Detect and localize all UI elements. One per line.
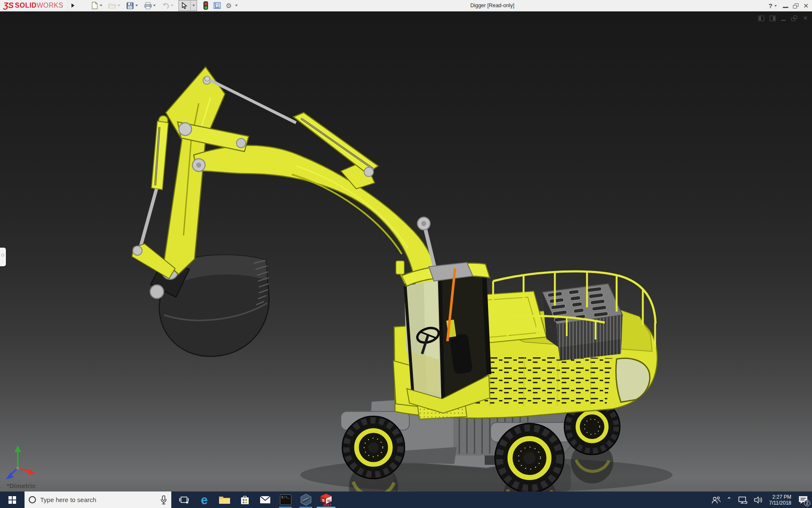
brand-works: WORKS: [37, 2, 63, 9]
volume-icon[interactable]: [754, 496, 763, 504]
clock-date: 7/11/2018: [769, 500, 792, 506]
edge-button[interactable]: e: [194, 491, 214, 508]
solidworks-2017-button[interactable]: S W 2017: [316, 491, 336, 508]
hexagon-app-icon: [300, 494, 312, 506]
open-folder-icon: [108, 3, 116, 9]
mail-button[interactable]: [255, 491, 275, 508]
title-bar: ƷS SOLIDWORKS: [0, 0, 812, 11]
new-dropdown-icon[interactable]: [100, 5, 102, 6]
windows-logo-icon: [8, 496, 16, 504]
undo-dropdown-icon[interactable]: [171, 5, 173, 6]
action-center-button[interactable]: 2: [798, 494, 809, 505]
restore-button[interactable]: [793, 3, 798, 8]
task-view-button[interactable]: [174, 491, 194, 508]
people-icon[interactable]: [711, 496, 721, 504]
open-button[interactable]: [107, 0, 118, 11]
svg-text:S: S: [322, 498, 325, 502]
svg-text:2017: 2017: [323, 503, 331, 507]
save-floppy-icon: [126, 2, 134, 9]
open-dropdown-icon[interactable]: [118, 5, 120, 6]
save-dropdown-icon[interactable]: [135, 5, 138, 6]
undo-arrow-icon: [162, 3, 170, 9]
svg-text:W: W: [327, 499, 331, 503]
command-prompt-icon: C:\_: [280, 494, 291, 505]
task-view-icon: [179, 496, 189, 504]
minimize-button[interactable]: [783, 7, 788, 8]
file-explorer-icon: [219, 495, 230, 505]
store-button[interactable]: [235, 491, 255, 508]
print-dropdown-icon[interactable]: [153, 5, 156, 6]
gear-icon: ⚙: [225, 2, 231, 10]
select-cursor-icon: [181, 2, 187, 9]
start-button[interactable]: [0, 491, 25, 508]
window-controls: ? ✕: [768, 0, 809, 11]
new-document-button[interactable]: [90, 0, 100, 11]
file-explorer-button[interactable]: [214, 491, 235, 508]
print-icon: [144, 2, 152, 9]
doc-close-button[interactable]: ✕: [803, 16, 808, 21]
doc-minimize-button[interactable]: [781, 16, 786, 21]
document-window-controls: ✕: [758, 16, 808, 21]
cab: [396, 261, 490, 413]
select-tool-button[interactable]: [179, 0, 191, 11]
settings-button[interactable]: ⚙: [224, 0, 234, 11]
view-orientation-label: *Dimetric: [7, 482, 36, 489]
save-button[interactable]: [125, 0, 135, 11]
notification-count-badge: 2: [804, 500, 810, 506]
options-list-button[interactable]: [212, 0, 222, 11]
doc-restore-button[interactable]: [791, 16, 797, 21]
taskbar-clock[interactable]: 2:27 PM 7/11/2018: [769, 494, 792, 506]
taskbar-search[interactable]: Type here to search: [25, 491, 171, 508]
hexagon-app-button[interactable]: [296, 491, 316, 508]
taskbar-apps: e: [174, 491, 336, 508]
mail-icon: [260, 496, 271, 504]
document-title: Digger [Read-only]: [442, 0, 543, 11]
help-button[interactable]: ?: [768, 2, 772, 9]
menu-expand-arrow-icon[interactable]: [71, 3, 74, 8]
edge-icon: e: [201, 494, 208, 506]
options-list-icon: [214, 2, 221, 9]
select-tool-group: [178, 0, 197, 11]
solidworks-window: ƷS SOLIDWORKS: [0, 0, 812, 508]
system-tray: ⌃ 2:27 PM 7/11/2018: [711, 491, 812, 508]
stoplight-icon: [203, 1, 208, 10]
tray-expand-chevron-icon[interactable]: ⌃: [727, 496, 732, 502]
wheel-front-right: [495, 423, 564, 491]
command-prompt-button[interactable]: C:\_: [275, 491, 296, 508]
panel-tab-dot-icon: [1, 254, 4, 257]
microphone-icon[interactable]: [160, 495, 167, 505]
select-dropdown-icon[interactable]: [191, 0, 197, 11]
undo-button[interactable]: [161, 0, 171, 11]
help-dropdown-icon[interactable]: [774, 5, 777, 7]
solidworks-2017-icon: S W 2017: [320, 493, 332, 507]
graphics-viewport[interactable]: ✕ *Dimetric: [0, 11, 812, 491]
wheel-front-left: [342, 416, 405, 479]
rebuild-stoplight-button[interactable]: [201, 0, 211, 11]
search-placeholder: Type here to search: [40, 496, 156, 503]
windows-taskbar: Type here to search e: [0, 491, 812, 508]
network-icon[interactable]: [738, 496, 747, 504]
cortana-icon: [29, 496, 36, 503]
collapsed-panel-tab[interactable]: [0, 248, 6, 266]
settings-dropdown-icon[interactable]: [235, 5, 238, 6]
new-document-icon: [91, 2, 98, 9]
print-button[interactable]: [143, 0, 153, 11]
orientation-triad: [6, 445, 36, 479]
show-pane-left-button[interactable]: [758, 16, 764, 21]
clock-time: 2:27 PM: [769, 494, 792, 500]
dassault-logo-icon: ƷS: [3, 1, 14, 10]
store-icon: [240, 495, 250, 505]
close-button[interactable]: ✕: [803, 2, 809, 10]
solidworks-logo: ƷS SOLIDWORKS: [0, 0, 68, 11]
show-pane-right-button[interactable]: [770, 16, 776, 21]
digger-3d-model: [0, 11, 812, 491]
brand-solid: SOLID: [15, 2, 36, 9]
quick-access-toolbar: ⚙: [90, 0, 239, 11]
